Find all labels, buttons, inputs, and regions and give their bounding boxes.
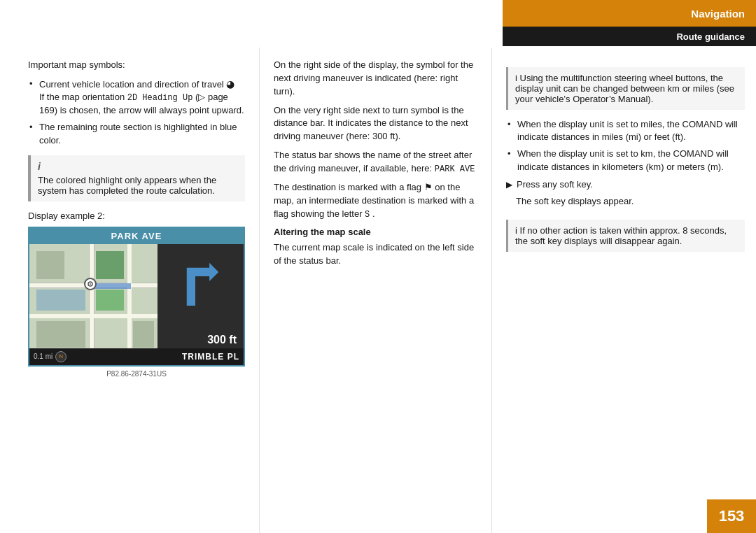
road-v1 — [89, 244, 94, 352]
action-text: Press any soft key. — [517, 179, 593, 190]
content-area: Important map symbols: Current vehicle l… — [0, 48, 756, 533]
nav-title: Navigation — [503, 0, 756, 27]
map-block-2 — [96, 251, 124, 279]
map-block-5 — [36, 321, 85, 348]
info-icon-left: i — [38, 161, 238, 172]
location-dot — [84, 278, 97, 290]
nav-title-text: Navigation — [691, 8, 745, 20]
mid-para2: On the very right side next to turn symb… — [274, 104, 477, 144]
map-block-3 — [96, 290, 124, 311]
compass-icon: N — [55, 351, 66, 362]
info-icon-right-1: i — [515, 73, 517, 83]
map-body: 300 ft — [29, 244, 244, 352]
route-title-text: Route guidance — [676, 31, 745, 42]
map-block-4 — [36, 290, 85, 311]
left-heading: Important map symbols: — [28, 59, 245, 72]
mid-para4: The destination is marked with a flag ⚑ … — [274, 181, 477, 221]
svg-marker-2 — [209, 263, 218, 281]
right-bullet-1: When the display unit is set to miles, t… — [506, 118, 745, 143]
info-box-left-text: The colored highlight only appears when … — [38, 175, 216, 196]
map-block-1 — [36, 251, 64, 279]
road-v2 — [127, 244, 132, 352]
left-column: Important map symbols: Current vehicle l… — [0, 48, 259, 533]
mid-para5: The current map scale is indicated on th… — [274, 241, 477, 268]
display-example-label: Display example 2: — [28, 210, 245, 222]
right-bullet-list: When the display unit is set to miles, t… — [506, 118, 745, 173]
bullet-item-1: Current vehicle location and direction o… — [28, 78, 245, 118]
map-block-6 — [133, 321, 154, 348]
action-result-text: The soft key displays appear. — [516, 195, 745, 208]
info-box-right-2: i If no other action is taken within app… — [506, 220, 745, 252]
right-column: i Using the multifunction steering wheel… — [491, 48, 756, 533]
map-bottom-bar: 0.1 mi N TRIMBLE PL — [29, 348, 244, 365]
right-bullet-2: When the display unit is set to km, the … — [506, 148, 745, 173]
header: Navigation Route guidance — [503, 0, 756, 46]
action-press-softkey: ▶ Press any soft key. — [506, 179, 745, 190]
distance-label: 300 ft — [162, 334, 239, 346]
map-title-bar: PARK AVE — [29, 228, 244, 244]
info-box-right-1-text: Using the multifunction steering wheel b… — [515, 73, 734, 104]
map-display: PARK AVE — [28, 227, 245, 367]
bottom-street-label: TRIMBLE PL — [182, 352, 239, 362]
info-box-right-1: i Using the multifunction steering wheel… — [506, 67, 745, 110]
info-box-left: i The colored highlight only appears whe… — [28, 155, 245, 201]
turn-arrow-icon — [176, 257, 225, 306]
svg-point-1 — [90, 283, 91, 285]
map-right-area: 300 ft — [158, 244, 244, 352]
mid-column: On the right side of the display, the sy… — [259, 48, 491, 533]
action-arrow-icon: ▶ — [506, 180, 512, 190]
road-h2 — [29, 314, 158, 318]
mid-para3: The status bar shows the name of the str… — [274, 149, 477, 176]
info-box-right-2-text: If no other action is taken within appro… — [515, 225, 727, 246]
route-title: Route guidance — [503, 27, 756, 46]
left-bullet-list: Current vehicle location and direction o… — [28, 78, 245, 147]
altering-map-heading: Altering the map scale — [274, 227, 477, 237]
bullet-item-2: The remaining route section is highlight… — [28, 121, 245, 146]
mid-para1: On the right side of the display, the sy… — [274, 59, 477, 99]
info-icon-right-2: i — [515, 225, 517, 236]
map-left-area — [29, 244, 158, 352]
scale-text: 0.1 mi — [34, 353, 52, 360]
map-scale-area: 0.1 mi N — [34, 351, 66, 362]
part-number: P82.86-2874-31US — [28, 369, 245, 380]
